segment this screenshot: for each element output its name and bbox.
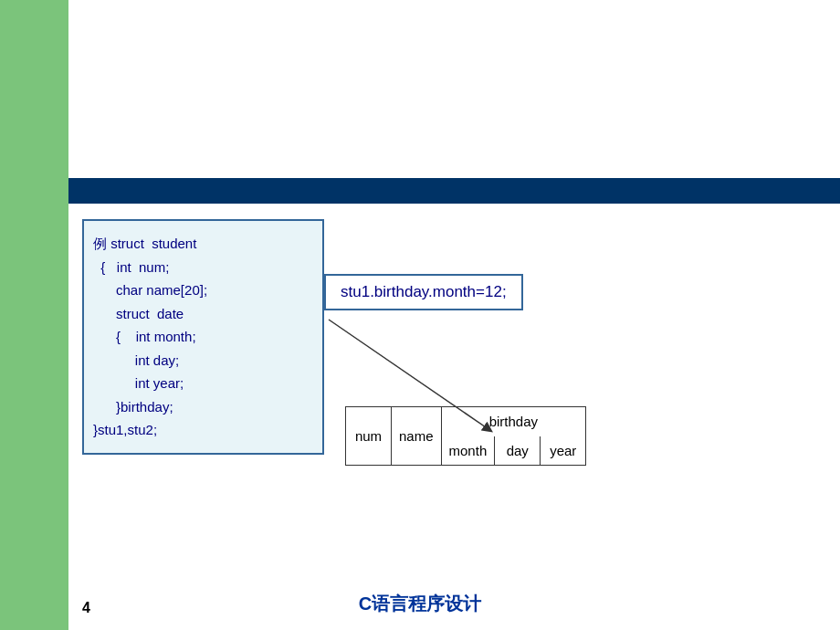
cell-year: year: [541, 436, 586, 466]
cell-month: month: [441, 436, 495, 466]
top-bar: [68, 178, 840, 204]
left-border: [0, 0, 68, 630]
code-line-9: }stu1,stu2;: [93, 418, 313, 442]
code-line-1: 例 struct student: [93, 232, 313, 256]
code-line-4: struct date: [93, 302, 313, 326]
struct-table-container: num name birthday month day year: [345, 406, 586, 466]
code-line-6: int day;: [93, 349, 313, 373]
cell-name: name: [392, 407, 442, 466]
cell-day: day: [495, 436, 541, 466]
cell-num: num: [346, 407, 392, 466]
code-line-5: { int month;: [93, 325, 313, 349]
callout-text: stu1.birthday.month=12;: [341, 283, 507, 300]
code-line-8: }birthday;: [93, 395, 313, 419]
code-line-3: char name[20];: [93, 278, 313, 302]
code-line-7: int year;: [93, 372, 313, 395]
footer-title: C语言程序设计: [359, 592, 481, 616]
page-number: 4: [82, 600, 90, 616]
code-line-2: { int num;: [93, 256, 313, 279]
callout-box: stu1.birthday.month=12;: [324, 274, 523, 310]
table-row-top: num name birthday: [346, 407, 586, 436]
struct-table: num name birthday month day year: [345, 406, 586, 466]
cell-birthday: birthday: [441, 407, 586, 436]
code-box: 例 struct student { int num; char name[20…: [82, 219, 324, 455]
